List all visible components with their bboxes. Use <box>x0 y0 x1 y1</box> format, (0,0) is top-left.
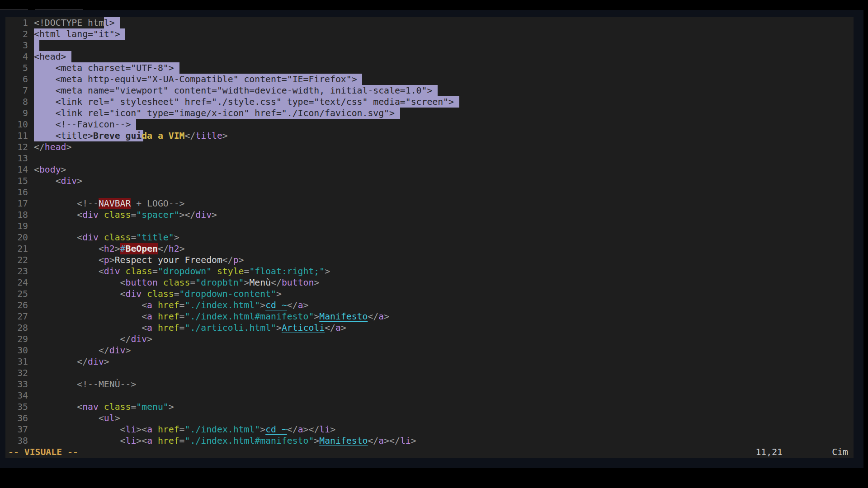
code-line: 13 <box>5 153 854 164</box>
code-line: 26 <a href="./index.html">cd ~</a> <box>5 300 854 311</box>
line-number: 9 <box>5 108 28 119</box>
code-line: 27 <a href="./index.html#manifesto">Mani… <box>5 311 854 322</box>
code-segment: > <box>411 435 416 446</box>
vim-editor[interactable]: 1<!DOCTYPE html> 2<html lang="it"> 3 4<h… <box>5 17 854 458</box>
code-segment: </ <box>34 356 88 367</box>
code-segment: href <box>152 322 179 333</box>
code-segment: + LOGO--> <box>131 198 184 209</box>
code-line: 33 <!--MENÙ--> <box>5 379 854 390</box>
code-line: 8 <link rel=" stylesheet" href="./style.… <box>5 96 854 108</box>
line-number: 28 <box>5 322 28 333</box>
code-segment: = <box>131 209 136 221</box>
code-segment: > <box>341 322 346 333</box>
code-area[interactable]: 1<!DOCTYPE html> 2<html lang="it"> 3 4<h… <box>5 17 854 446</box>
line-number: 13 <box>5 153 28 164</box>
code-segment: class <box>99 401 131 413</box>
line-number: 32 <box>5 367 28 379</box>
code-segment: </ <box>184 130 195 141</box>
code-segment: = <box>131 232 136 243</box>
line-number: 16 <box>5 187 28 198</box>
cursor-position: 11,21 <box>755 446 783 458</box>
code-line: 20 <div class="title"> <box>5 232 854 243</box>
code-segment: < <box>34 413 104 424</box>
code-segment: > <box>325 266 330 277</box>
code-segment: div <box>104 266 120 277</box>
line-number: 23 <box>5 266 28 277</box>
code-line: 1<!DOCTYPE html> <box>5 17 854 28</box>
line-number: 25 <box>5 288 28 300</box>
line-number: 26 <box>5 300 28 311</box>
code-line: 18 <div class="spacer"></div> <box>5 209 854 221</box>
code-segment: div <box>82 232 99 243</box>
code-segment: = <box>179 311 185 322</box>
code-segment: < <box>34 322 147 333</box>
code-segment: > <box>104 356 109 367</box>
terminal-window: 1<!DOCTYPE html> 2<html lang="it"> 3 4<h… <box>0 10 863 468</box>
code-segment: title <box>195 130 222 141</box>
line-number: 36 <box>5 413 28 424</box>
code-segment: <link rel=" stylesheet" href="./style.cs… <box>34 96 459 108</box>
code-segment: div <box>109 345 126 356</box>
code-line: 16 <box>5 187 854 198</box>
code-segment: < <box>34 266 104 277</box>
scroll-position: Cim <box>832 446 848 458</box>
code-line: 14<body> <box>5 164 854 175</box>
code-segment: > <box>276 288 282 300</box>
code-segment: href <box>152 435 179 446</box>
code-line: 21 <h2>#BeOpen</h2> <box>5 243 854 254</box>
code-segment: a <box>335 322 341 333</box>
code-segment: > <box>66 141 71 153</box>
line-number: 6 <box>5 74 28 85</box>
code-segment: a <box>147 322 152 333</box>
code-segment: div <box>195 209 212 221</box>
code-segment: = <box>190 277 195 288</box>
code-segment: ul <box>104 413 115 424</box>
code-segment: = <box>179 435 185 446</box>
code-segment: <!--MENÙ--> <box>34 379 136 390</box>
code-segment: da a VIM <box>142 130 184 141</box>
line-number: 35 <box>5 401 28 413</box>
code-segment: "./index.html#manifesto" <box>185 435 314 446</box>
code-segment: < <box>34 164 39 175</box>
code-line: 2<html lang="it"> <box>5 28 854 40</box>
code-segment: "dropdown-content" <box>179 288 276 300</box>
code-segment: < <box>34 311 147 322</box>
code-segment: > <box>239 254 244 266</box>
code-line: 23 <div class="dropdown" style="float:ri… <box>5 266 854 277</box>
line-number: 33 <box>5 379 28 390</box>
line-number: 31 <box>5 356 28 367</box>
code-segment: body <box>39 164 61 175</box>
code-line: 15 <div> <box>5 175 854 187</box>
code-line: 9 <link rel="icon" type="image/x-icon" h… <box>5 108 854 119</box>
code-segment: </ <box>368 435 378 446</box>
code-segment: > <box>115 243 120 254</box>
code-segment: < <box>34 175 61 187</box>
line-number: 29 <box>5 333 28 345</box>
code-segment: > <box>115 413 120 424</box>
vim-mode-indicator: -- VISUALE -- <box>8 446 78 458</box>
code-segment: <meta charset="UTF-8"> <box>34 62 179 74</box>
code-segment: "menu" <box>136 401 168 413</box>
code-segment: a <box>378 435 384 446</box>
code-segment: style <box>212 266 244 277</box>
line-number: 7 <box>5 85 28 96</box>
line-number: 37 <box>5 424 28 435</box>
line-number: 21 <box>5 243 28 254</box>
code-segment: < <box>34 300 147 311</box>
code-segment: > <box>260 300 265 311</box>
code-segment: </ <box>34 333 131 345</box>
code-segment: > <box>169 401 174 413</box>
code-segment: class <box>158 277 190 288</box>
code-segment: > <box>109 254 115 266</box>
code-segment: head <box>45 141 66 153</box>
code-segment: </ <box>368 311 378 322</box>
code-line: 25 <div class="dropdown-content"> <box>5 288 854 300</box>
code-segment: > <box>212 209 217 221</box>
code-segment: "spacer" <box>136 209 179 221</box>
line-number: 20 <box>5 232 28 243</box>
line-number: 18 <box>5 209 28 221</box>
code-segment: = <box>179 322 185 333</box>
code-segment: Manifesto <box>319 435 368 446</box>
code-segment: div <box>61 175 77 187</box>
code-segment: div <box>88 356 104 367</box>
